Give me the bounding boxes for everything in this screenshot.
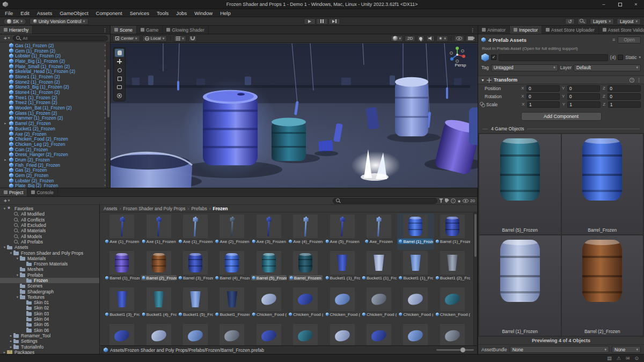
asset-grid-item[interactable] [324,323,360,345]
scene-view-tab[interactable]: Game [137,26,163,34]
menu-item[interactable]: Help [216,9,235,17]
project-tree-item[interactable]: Favorites [0,206,99,211]
asset-grid-item[interactable]: Bucket1 (4)_Froz... [140,286,177,323]
asset-grid-item[interactable]: Barrel (4)_Frozen [214,250,250,286]
activity-icon[interactable]: ▤ [607,356,612,361]
hierarchy-item[interactable]: Fish_Fried (2)_Frozen › [0,162,110,168]
prefab-open-arrow[interactable]: › [104,147,106,152]
assetbundle-variant-dropdown[interactable]: None [612,346,641,353]
rotation-z-field[interactable] [608,93,641,100]
hierarchy-item[interactable]: Bucket1 (2)_Frozen › [0,126,110,131]
breadcrumb-item[interactable]: Assets [104,206,118,211]
asset-grid-item[interactable] [434,323,471,345]
tab-hierarchy[interactable]: Hierarchy [0,26,33,34]
project-search-input[interactable] [333,198,437,204]
hierarchy-item[interactable]: Gas (1)_Frozen (2) › [0,43,110,48]
preview-cell[interactable]: Barrel (1)_Frozen [479,235,561,336]
hierarchy-item[interactable]: Stone3_Big (1)_Frozen (2) › [0,85,110,90]
filter-by-type-icon[interactable] [439,198,443,203]
snap-toggle-button[interactable] [188,35,197,42]
breadcrumb-item[interactable]: Prefabs [186,206,207,211]
asset-grid-item[interactable]: Axe (4)_Frozen [287,213,324,250]
prefab-open-arrow[interactable]: › [104,137,106,141]
prefab-open-arrow[interactable]: › [104,179,106,183]
asset-grid-item[interactable]: Barrel (3)_Frozen [177,250,214,286]
create-asset-button[interactable]: +▾ [2,198,11,204]
account-dropdown[interactable]: SK ▾ [3,18,26,25]
hierarchy-item[interactable]: Lobster (1)_Frozen (2) › [0,53,110,58]
prefab-open-arrow[interactable]: › [104,69,106,73]
menu-item[interactable]: Edit [17,9,33,17]
hierarchy-item[interactable]: Plate_Small (1)_Frozen (2) › [0,64,110,69]
presets-menu-icon[interactable]: ≡ [612,37,615,42]
rect-tool-button[interactable] [115,83,124,91]
menu-item[interactable]: File [1,9,17,17]
layout-dropdown[interactable]: Layout [617,18,641,25]
project-tree-item[interactable]: Meshes [0,267,99,272]
asset-grid-item[interactable]: Chicken_Food (3)... [397,286,434,323]
scale-z-field[interactable] [608,101,641,108]
prefab-open-arrow[interactable]: › [104,183,106,188]
asset-grid-item[interactable]: Barrel (2)_Frozen [140,250,177,286]
step-button[interactable] [328,18,340,25]
project-tree-item[interactable]: Frozen Materials [0,261,99,267]
project-tree-item[interactable]: Scenes [0,283,99,289]
project-tree-item[interactable]: Skin 02 [0,305,99,311]
asset-grid-item[interactable] [361,323,397,345]
hierarchy-item[interactable]: Axe (2)_Frozen › [0,131,110,137]
tree-expand-arrow-icon[interactable] [15,295,20,299]
asset-grid-item[interactable] [214,323,250,345]
prefab-open-arrow[interactable]: › [104,116,106,120]
prefab-open-arrow[interactable]: › [104,173,106,178]
prefab-open-arrow[interactable]: › [104,95,106,100]
asset-grid-item[interactable] [177,323,214,345]
menu-item[interactable]: Jobs [172,9,191,17]
saved-search-star-icon[interactable] [457,198,461,204]
project-tree-item[interactable]: All Models [0,233,99,239]
scene-visibility-button[interactable] [454,35,464,42]
hidden-packages-eye-icon[interactable] [463,199,469,203]
scene-view-tab[interactable]: Scene [111,26,137,34]
hierarchy-item[interactable]: Gem (1)_Frozen (2) › [0,48,110,54]
inspector-tab[interactable]: Asset Store Validat... [599,26,644,34]
hierarchy-scrollbar[interactable] [106,42,110,188]
hierarchy-item[interactable]: Stone2 (1)_Frozen (2) › [0,79,110,85]
draw-mode-dropdown[interactable]: ▾ [391,35,404,42]
scale-tool-button[interactable] [115,75,124,83]
asset-grid-item[interactable]: Bucket1 (1)_Froz... [324,250,360,286]
asset-grid-item[interactable]: Barrel (1)_Frozen... [104,250,140,286]
tree-expand-arrow-icon[interactable] [15,273,20,277]
move-tool-button[interactable] [115,57,124,65]
prefab-open-arrow[interactable]: › [104,49,106,53]
warning-icon[interactable]: ⚠ [617,356,621,361]
static-dropdown-icon[interactable]: ▾ [639,55,641,60]
project-tree-item[interactable]: All Prefabs [0,239,99,245]
tree-expand-arrow-icon[interactable] [2,206,7,211]
project-tree-item[interactable]: Prefabs [0,272,99,278]
expand-arrow-icon[interactable] [3,158,8,162]
project-tree-item[interactable]: Assets [0,245,99,250]
tree-expand-arrow-icon[interactable] [9,334,13,338]
prefab-open-arrow[interactable]: › [104,54,106,58]
info-icon[interactable] [451,198,456,203]
component-menu-icon[interactable]: ⋮ [636,77,641,83]
maximize-button[interactable] [612,0,628,9]
project-tree-item[interactable]: Renamer_Tool [0,333,99,338]
prefab-open-arrow[interactable]: › [104,111,106,115]
zoom-slider-knob[interactable] [460,348,465,352]
asset-grid-item[interactable]: Chicken_Food (4)... [434,286,471,323]
asset-grid-item[interactable]: Chicken_Food (1)... [324,286,360,323]
uniform-scale-link-icon[interactable] [480,102,485,107]
hierarchy-search-input[interactable]: All [13,35,108,41]
asset-grid-item[interactable]: Axe (5)_Frozen [324,213,360,250]
breadcrumb-item[interactable]: Frozen [207,206,228,211]
minimize-button[interactable]: – [596,0,612,9]
prefab-open-arrow[interactable]: › [104,121,106,125]
create-object-button[interactable]: +▾ [2,35,11,41]
prefab-open-arrow[interactable]: › [104,64,106,69]
asset-grid-item[interactable]: Bucket1 (5)_Froz... [177,286,214,323]
scale-y-field[interactable] [567,101,600,108]
asset-grid-item[interactable]: Bucket1_Frozen [214,286,250,323]
tool-handle-rotation-dropdown[interactable]: Local ▾ [142,35,167,42]
hierarchy-item[interactable]: Gem (2)_Frozen › [0,173,110,178]
